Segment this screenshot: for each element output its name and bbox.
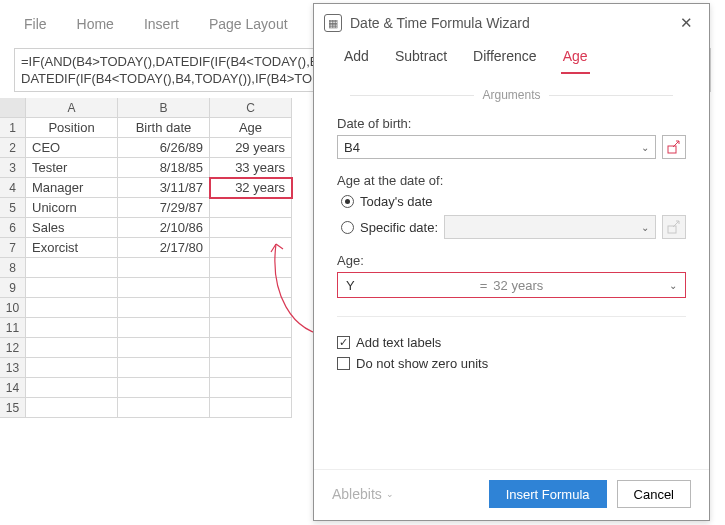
cell[interactable]	[26, 378, 118, 398]
cell[interactable]	[26, 298, 118, 318]
col-header-a[interactable]: A	[26, 98, 118, 118]
calendar-icon: ▦	[324, 14, 342, 32]
cell[interactable]: Manager	[26, 178, 118, 198]
row-header[interactable]: 2	[0, 138, 26, 158]
chevron-down-icon: ⌄	[669, 280, 677, 291]
range-picker-button[interactable]	[662, 135, 686, 159]
cell[interactable]	[26, 258, 118, 278]
radio-specific-date-label: Specific date:	[360, 220, 438, 235]
ribbon-tab-insert[interactable]: Insert	[144, 16, 179, 32]
cell[interactable]	[26, 278, 118, 298]
brand-label: Ablebits	[332, 486, 382, 502]
cell[interactable]	[118, 278, 210, 298]
cell[interactable]: 33 years	[210, 158, 292, 178]
cell[interactable]	[210, 298, 292, 318]
cell[interactable]: Exorcist	[26, 238, 118, 258]
tab-add[interactable]: Add	[342, 42, 371, 74]
cell[interactable]	[210, 218, 292, 238]
row-header[interactable]: 8	[0, 258, 26, 278]
cell[interactable]	[118, 358, 210, 378]
row-header[interactable]: 6	[0, 218, 26, 238]
chevron-down-icon: ⌄	[635, 222, 649, 233]
cell[interactable]: 2/10/86	[118, 218, 210, 238]
tab-age[interactable]: Age	[561, 42, 590, 74]
row-header[interactable]: 14	[0, 378, 26, 398]
row-header[interactable]: 7	[0, 238, 26, 258]
cell[interactable]: 8/18/85	[118, 158, 210, 178]
cell[interactable]: 7/29/87	[118, 198, 210, 218]
cell[interactable]: Sales	[26, 218, 118, 238]
checkbox-hide-zero-units[interactable]: Do not show zero units	[337, 356, 686, 371]
insert-formula-button[interactable]: Insert Formula	[489, 480, 607, 508]
date-time-wizard-dialog: ▦ Date & Time Formula Wizard ✕ Add Subtr…	[313, 3, 710, 521]
radio-specific-date[interactable]	[341, 221, 354, 234]
row-header[interactable]: 9	[0, 278, 26, 298]
cell[interactable]: 29 years	[210, 138, 292, 158]
cell[interactable]	[26, 338, 118, 358]
row-header[interactable]: 4	[0, 178, 26, 198]
cell[interactable]	[210, 378, 292, 398]
cell[interactable]: Position	[26, 118, 118, 138]
cell[interactable]: 2/17/80	[118, 238, 210, 258]
chevron-down-icon: ⌄	[635, 142, 649, 153]
dob-label: Date of birth:	[337, 116, 686, 131]
brand-menu[interactable]: Ablebits ⌄	[332, 486, 394, 502]
divider	[337, 316, 686, 317]
row-header[interactable]: 12	[0, 338, 26, 358]
row-header[interactable]: 10	[0, 298, 26, 318]
cell[interactable]: Age	[210, 118, 292, 138]
row-header[interactable]: 11	[0, 318, 26, 338]
cell[interactable]	[210, 318, 292, 338]
cell[interactable]	[26, 358, 118, 378]
cell[interactable]	[26, 318, 118, 338]
cell[interactable]	[210, 338, 292, 358]
cell[interactable]	[210, 258, 292, 278]
dob-input[interactable]: B4 ⌄	[337, 135, 656, 159]
checkbox-hide-zero-units-label: Do not show zero units	[356, 356, 488, 371]
svg-rect-0	[668, 146, 676, 153]
range-picker-button[interactable]	[662, 215, 686, 239]
cancel-button[interactable]: Cancel	[617, 480, 691, 508]
cell[interactable]: 6/26/89	[118, 138, 210, 158]
cell[interactable]	[210, 198, 292, 218]
row-header[interactable]: 15	[0, 398, 26, 418]
cell[interactable]: Birth date	[118, 118, 210, 138]
row-header[interactable]: 13	[0, 358, 26, 378]
cell[interactable]	[118, 318, 210, 338]
ribbon-tab-home[interactable]: Home	[77, 16, 114, 32]
cell[interactable]: CEO	[26, 138, 118, 158]
cell[interactable]	[118, 378, 210, 398]
cell[interactable]: Tester	[26, 158, 118, 178]
cell[interactable]	[210, 238, 292, 258]
cell[interactable]	[210, 278, 292, 298]
checkbox-icon	[337, 336, 350, 349]
row-header[interactable]: 1	[0, 118, 26, 138]
col-header-c[interactable]: C	[210, 98, 292, 118]
cell[interactable]: Unicorn	[26, 198, 118, 218]
ribbon-tab-file[interactable]: File	[24, 16, 47, 32]
tab-difference[interactable]: Difference	[471, 42, 539, 74]
cell[interactable]	[118, 298, 210, 318]
age-at-label: Age at the date of:	[337, 173, 686, 188]
checkbox-add-text-labels[interactable]: Add text labels	[337, 335, 686, 350]
cell[interactable]	[26, 398, 118, 418]
dialog-titlebar: ▦ Date & Time Formula Wizard ✕	[314, 4, 709, 40]
row-header[interactable]: 3	[0, 158, 26, 178]
cell[interactable]	[210, 398, 292, 418]
age-result-preview: = 32 years	[480, 278, 543, 293]
close-button[interactable]: ✕	[673, 12, 699, 34]
cell[interactable]	[118, 338, 210, 358]
cell[interactable]	[210, 358, 292, 378]
cell[interactable]: 3/11/87	[118, 178, 210, 198]
age-result-selector[interactable]: Y = 32 years ⌄	[337, 272, 686, 298]
cell[interactable]: 32 years	[210, 178, 292, 198]
col-header-b[interactable]: B	[118, 98, 210, 118]
cell[interactable]	[118, 398, 210, 418]
specific-date-input[interactable]: ⌄	[444, 215, 656, 239]
ribbon-tab-layout[interactable]: Page Layout	[209, 16, 288, 32]
row-header[interactable]: 5	[0, 198, 26, 218]
radio-todays-date[interactable]: Today's date	[341, 194, 686, 209]
cell[interactable]	[118, 258, 210, 278]
select-all-cell[interactable]	[0, 98, 26, 118]
tab-subtract[interactable]: Subtract	[393, 42, 449, 74]
